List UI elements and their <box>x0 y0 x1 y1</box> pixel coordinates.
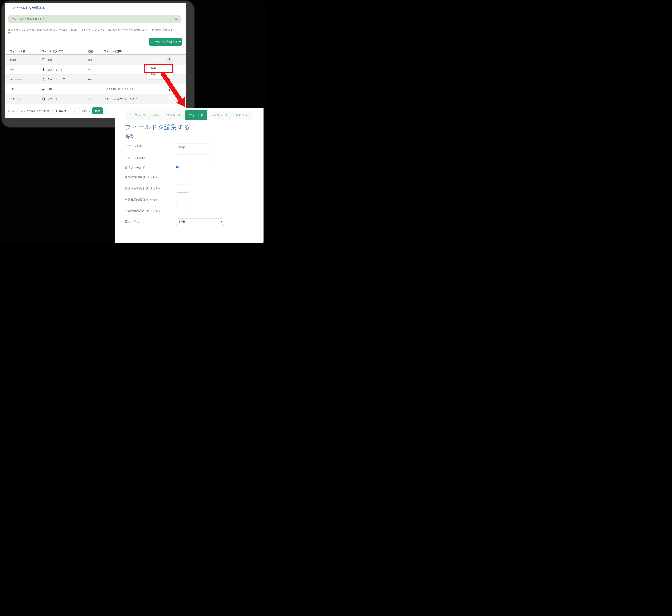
col-header-description: フィールド説明 <box>104 50 153 53</box>
field-required: Yes <box>88 58 104 61</box>
screenshot-canvas: フィールドを管理する フィールドが更新されました。 × 異なるタイプのデータを収… <box>0 0 266 243</box>
text-cursor-icon: I <box>42 68 45 71</box>
single-height-input[interactable] <box>176 184 189 193</box>
field-name: image <box>10 58 42 61</box>
field-description-input[interactable] <box>176 154 210 162</box>
create-field-button-label: フィールドを作成する <box>150 40 178 44</box>
field-name: URL <box>10 88 42 91</box>
field-type-label: 画像 <box>47 58 53 61</box>
table-row: URL URL No URLを貼り付けてください <box>5 84 186 94</box>
edit-field-window: データベース 設定 プリセット フィールド テンプレート さらに フィールドを編… <box>115 108 264 243</box>
field-required: No <box>88 88 104 91</box>
field-description-label: フィールド説明 <box>124 156 145 160</box>
sort-field-value: 追加日時 <box>56 109 66 112</box>
file-icon <box>42 97 45 101</box>
field-type-label: テキストエリア <box>47 78 66 81</box>
field-name: description <box>10 78 42 81</box>
link-icon <box>42 88 45 91</box>
page-title: フィールドを管理する <box>12 6 45 10</box>
col-header-required: 必須 <box>88 50 104 53</box>
field-required: No <box>88 68 104 71</box>
field-required: Yes <box>88 78 104 81</box>
max-size-select[interactable]: 2 MB ▴▾ <box>176 218 224 225</box>
updown-arrows-icon: ▴▾ <box>75 110 75 112</box>
success-alert: フィールドが更新されました。 × <box>8 15 181 23</box>
edit-page-title: フィールドを編集する <box>125 123 190 131</box>
sort-order-value: 昇順 <box>82 109 87 112</box>
tab-more[interactable]: さらに <box>232 111 251 120</box>
required-field-label: 必須フィールド <box>124 166 145 170</box>
field-type-label: 短文テキスト <box>47 68 63 71</box>
save-button[interactable]: 保存 <box>92 107 103 114</box>
field-subtitle: 画像 <box>124 133 134 140</box>
image-icon <box>42 58 45 61</box>
col-header-name: フィールド名 <box>10 50 42 53</box>
sort-field-select[interactable]: 追加日時 ▴▾ <box>54 108 77 114</box>
edit-highlight-box <box>144 64 173 73</box>
tab-database[interactable]: データベース <box>125 111 150 120</box>
kebab-icon[interactable] <box>167 57 172 63</box>
table-row: ファイル ファイル No ファイルを添付してください <box>5 94 186 104</box>
tab-presets[interactable]: プリセット <box>163 111 185 120</box>
chevron-down-icon <box>179 41 181 42</box>
kebab-icon[interactable] <box>167 86 172 92</box>
tab-bar: データベース 設定 プリセット フィールド テンプレート さらに <box>125 111 252 120</box>
single-width-input[interactable] <box>176 173 189 181</box>
table-row: image 画像 Yes <box>5 55 186 65</box>
list-width-input[interactable] <box>176 196 189 204</box>
field-type-label: ファイル <box>47 97 58 101</box>
tab-more-label: さらに <box>236 113 245 117</box>
tab-settings[interactable]: 設定 <box>150 111 163 120</box>
field-required: No <box>88 98 104 100</box>
max-size-label: 最大サイズ <box>124 220 139 224</box>
create-field-button[interactable]: フィールドを作成する <box>149 38 182 46</box>
tab-fields[interactable]: フィールド <box>185 110 207 120</box>
table-header-row: フィールド名 フィールドタイプ 必須 フィールド説明 <box>5 48 186 55</box>
sort-order-select[interactable]: 昇順 ▴▾ <box>79 108 91 114</box>
checkbox-checked-icon[interactable]: ✓ <box>176 166 179 168</box>
tab-templates[interactable]: テンプレート <box>207 111 232 120</box>
field-description: URLを貼り付けてください <box>104 88 153 91</box>
list-width-label: 一覧表示の幅 (ピクセル) <box>124 198 157 202</box>
manage-fields-window: フィールドを管理する フィールドが更新されました。 × 異なるタイプのデータを収… <box>5 3 186 118</box>
page-description: 異なるタイプのデータを収集するためのフィールドを作成してください。フィールドはあ… <box>8 28 176 35</box>
field-name: title <box>10 68 42 71</box>
max-size-value: 2 MB <box>179 220 185 223</box>
single-width-label: 個別表示の幅 (ピクセル) <box>124 175 157 179</box>
list-height-input[interactable] <box>176 207 189 215</box>
chevron-down-icon <box>246 115 248 116</box>
field-name-input[interactable] <box>176 143 210 151</box>
kebab-icon[interactable] <box>167 96 172 102</box>
alert-message: フィールドが更新されました。 <box>12 18 175 21</box>
textarea-icon: A <box>42 78 45 81</box>
field-type-label: URL <box>47 88 53 91</box>
divider <box>8 13 183 13</box>
field-name-label: フィールド名 <box>124 144 142 148</box>
single-height-label: 個別表示の高さ (ピクセル) <box>124 186 160 190</box>
updown-arrows-icon: ▴▾ <box>221 221 222 223</box>
close-icon[interactable]: × <box>175 18 177 21</box>
list-height-label: 一覧表示の高さ (ピクセル) <box>124 209 160 213</box>
updown-arrows-icon: ▴▾ <box>89 110 90 112</box>
default-sort-label: デフォルトのフィールド並べ替え順 <box>8 109 49 112</box>
field-description: ファイルを添付してください <box>104 97 153 101</box>
field-name: ファイル <box>10 97 42 101</box>
col-header-type: フィールドタイプ <box>42 50 88 53</box>
